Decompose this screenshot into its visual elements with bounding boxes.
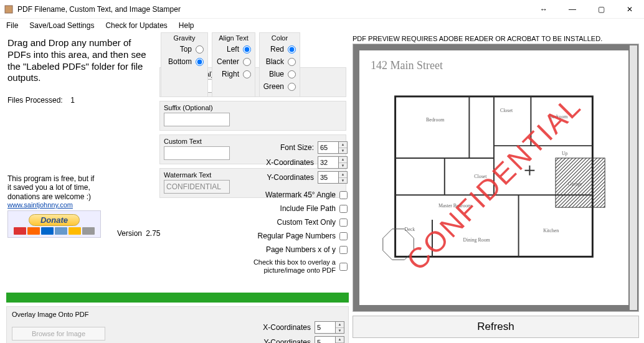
window-title: PDF Filename, Custom Text, and Image Sta… — [17, 5, 181, 14]
color-blue-radio[interactable] — [288, 70, 296, 78]
version-label: Version 2.75 — [117, 229, 154, 238]
align-title: Align Text — [216, 34, 251, 42]
gravity-top-radio[interactable] — [196, 45, 204, 54]
menu-saveload[interactable]: Save/Load Settings — [29, 21, 94, 30]
xcoord-input[interactable] — [318, 156, 339, 169]
gravity-bottom-radio[interactable] — [196, 58, 204, 66]
menu-updates[interactable]: Check for Updates — [105, 21, 167, 30]
xcoord-label: X-Coordinates — [266, 158, 314, 167]
move-icon[interactable]: ↔ — [529, 0, 558, 19]
ov-y-spinner[interactable]: ▲▼ — [336, 336, 344, 343]
ov-x-spinner[interactable]: ▲▼ — [336, 321, 344, 334]
browse-image-button[interactable]: Browse for Image — [12, 327, 105, 341]
xcoord-spinner[interactable]: ▲▼ — [339, 156, 348, 169]
font-size-spinner[interactable]: ▲▼ — [339, 141, 348, 154]
color-red-radio[interactable] — [288, 45, 296, 54]
preview-scrollbar[interactable] — [630, 45, 637, 310]
svg-text:Dining Room: Dining Room — [463, 237, 491, 243]
chk-angle[interactable] — [339, 191, 348, 199]
ycoord-input[interactable] — [318, 171, 339, 184]
instructions-text: Drag and Drop any number of PDFs into th… — [7, 37, 154, 84]
donate-text: This program is free, but if it saved yo… — [7, 174, 95, 201]
app-icon — [4, 4, 14, 14]
refresh-button[interactable]: Refresh — [353, 316, 639, 338]
font-size-input[interactable] — [318, 141, 339, 154]
minimize-button[interactable]: — — [558, 0, 587, 19]
close-button[interactable]: ✕ — [615, 0, 644, 19]
maximize-button[interactable]: ▢ — [587, 0, 615, 19]
ycoord-spinner[interactable]: ▲▼ — [339, 171, 348, 184]
align-center-radio[interactable] — [243, 58, 251, 66]
menu-file[interactable]: File — [6, 21, 18, 30]
chk-overlayimg[interactable] — [339, 263, 348, 271]
preview-note: PDF PREVIEW REQUIRES ADOBE READER OR ACR… — [353, 35, 639, 42]
chk-customonly[interactable] — [339, 218, 348, 227]
pdf-preview: 142 Main Street — [353, 44, 639, 312]
font-size-label: Font Size: — [280, 143, 314, 152]
svg-rect-0 — [5, 6, 12, 13]
custom-input[interactable] — [164, 146, 230, 160]
svg-text:Bedroom: Bedroom — [426, 117, 445, 123]
color-title: Color — [263, 34, 296, 42]
svg-text:Closet: Closet — [500, 108, 513, 113]
color-black-radio[interactable] — [288, 58, 296, 66]
chk-pagexy[interactable] — [339, 246, 348, 254]
svg-text:Kitchen: Kitchen — [543, 228, 559, 233]
chk-regpagenum[interactable] — [339, 232, 348, 240]
suffix-input[interactable] — [164, 113, 230, 126]
align-left-radio[interactable] — [243, 45, 251, 54]
donate-link[interactable]: www.saintjohnny.com — [7, 201, 73, 209]
donate-button[interactable]: Donate — [7, 210, 101, 238]
svg-text:Deck: Deck — [404, 227, 415, 232]
files-processed: Files Processed: 1 — [7, 94, 154, 105]
chk-path[interactable] — [339, 205, 348, 213]
preview-address: 142 Main Street — [371, 59, 617, 72]
ov-y-input[interactable] — [315, 336, 336, 343]
overlay-label: Overlay Image Onto PDF — [12, 311, 343, 318]
gravity-title: Gravity — [165, 34, 204, 42]
svg-text:Garage: Garage — [568, 181, 582, 187]
color-green-radio[interactable] — [288, 83, 296, 91]
watermark-input[interactable] — [164, 180, 230, 194]
ycoord-label: Y-Coordinates — [267, 173, 314, 182]
progress-bar — [6, 293, 349, 303]
ov-x-input[interactable] — [315, 321, 336, 334]
svg-text:Up: Up — [562, 151, 568, 156]
menu-help[interactable]: Help — [179, 21, 194, 30]
suffix-label: Suffix (Optional) — [164, 104, 342, 111]
align-right-radio[interactable] — [243, 70, 251, 78]
